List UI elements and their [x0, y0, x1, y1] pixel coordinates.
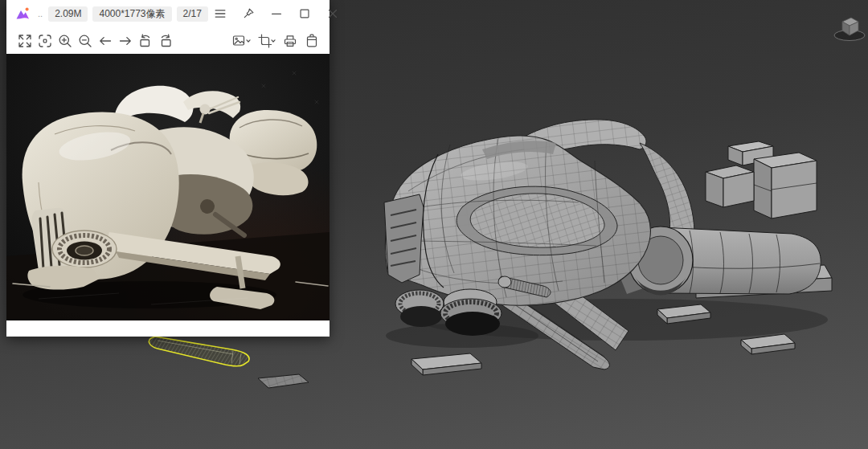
maximize-icon [297, 6, 312, 21]
zoom-out-button[interactable] [77, 33, 93, 49]
viewer-titlebar[interactable]: .. 2.09M 4000*1773像素 2/17 [6, 0, 330, 27]
window-footer [6, 320, 330, 337]
close-icon [326, 6, 340, 21]
crop-button[interactable] [257, 33, 276, 49]
pin-icon [241, 6, 256, 21]
wireframe-model[interactable] [258, 120, 832, 388]
file-name-label: .. [38, 9, 43, 18]
fullscreen-icon [17, 33, 33, 49]
rotate-left-button[interactable] [137, 33, 154, 49]
window-controls [213, 6, 340, 21]
app-logo-icon [14, 6, 32, 22]
print-button[interactable] [282, 33, 298, 49]
close-button[interactable] [326, 6, 340, 21]
fullscreen-button[interactable] [17, 33, 33, 49]
image-effects-icon [232, 33, 252, 49]
view-cube[interactable] [829, 11, 868, 47]
next-arrow-icon [117, 33, 133, 49]
menu-icon [213, 6, 227, 21]
reference-render [6, 54, 330, 320]
rotate-left-icon [137, 33, 154, 49]
zoom-in-icon [57, 33, 73, 49]
minimize-icon [269, 6, 284, 21]
clipboard-icon [304, 33, 320, 49]
rotate-right-icon [158, 33, 174, 49]
fit-screen-icon [37, 33, 53, 49]
next-image-button[interactable] [117, 33, 133, 49]
previous-arrow-icon [97, 33, 113, 49]
image-viewer-window: .. 2.09M 4000*1773像素 2/17 [6, 0, 330, 337]
pin-button[interactable] [241, 6, 256, 21]
print-icon [282, 33, 298, 49]
dimensions-badge: 4000*1773像素 [92, 6, 171, 22]
toolbar-left-group [17, 33, 174, 49]
file-size-badge: 2.09M [48, 6, 88, 22]
viewer-toolbar [6, 27, 330, 54]
maximize-button[interactable] [297, 6, 312, 21]
image-index-badge: 2/17 [177, 6, 208, 22]
image-effects-button[interactable] [232, 33, 252, 49]
menu-button[interactable] [213, 6, 227, 21]
previous-image-button[interactable] [97, 33, 113, 49]
minimize-button[interactable] [269, 6, 284, 21]
toolbar-right-group [232, 33, 320, 49]
rotate-right-button[interactable] [158, 33, 174, 49]
clipboard-button[interactable] [304, 33, 320, 49]
zoom-in-button[interactable] [57, 33, 73, 49]
zoom-out-icon [77, 33, 93, 49]
crop-icon [257, 33, 276, 49]
fit-screen-button[interactable] [37, 33, 53, 49]
desktop: .. 2.09M 4000*1773像素 2/17 [0, 0, 868, 449]
image-canvas[interactable] [6, 54, 330, 320]
selected-object-ski-plate[interactable] [149, 337, 249, 366]
